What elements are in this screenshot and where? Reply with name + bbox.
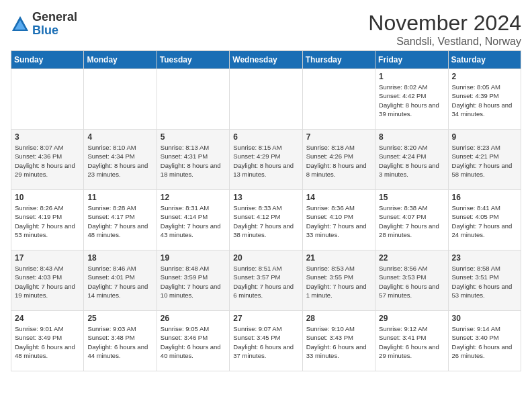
calendar-cell: 25Sunrise: 9:03 AM Sunset: 3:48 PM Dayli… xyxy=(84,311,157,371)
day-info: Sunrise: 8:58 AM Sunset: 3:51 PM Dayligh… xyxy=(452,264,517,300)
header-saturday: Saturday xyxy=(448,51,521,69)
calendar-cell: 23Sunrise: 8:58 AM Sunset: 3:51 PM Dayli… xyxy=(448,250,521,311)
header-tuesday: Tuesday xyxy=(157,51,229,69)
day-number: 25 xyxy=(87,314,152,323)
day-info: Sunrise: 8:05 AM Sunset: 4:39 PM Dayligh… xyxy=(452,83,517,118)
day-number: 7 xyxy=(306,132,371,142)
day-number: 16 xyxy=(452,193,517,202)
logo: General Blue xyxy=(11,11,77,38)
day-info: Sunrise: 8:48 AM Sunset: 3:59 PM Dayligh… xyxy=(161,264,226,300)
day-number: 27 xyxy=(233,314,298,323)
calendar-cell: 6Sunrise: 8:15 AM Sunset: 4:29 PM Daylig… xyxy=(230,130,302,190)
title-area: November 2024 Sandsli, Vestland, Norway xyxy=(368,11,521,48)
calendar-cell: 17Sunrise: 8:43 AM Sunset: 4:03 PM Dayli… xyxy=(11,250,84,311)
logo-text: General Blue xyxy=(32,11,77,38)
day-info: Sunrise: 8:43 AM Sunset: 4:03 PM Dayligh… xyxy=(15,264,80,300)
calendar-cell: 10Sunrise: 8:26 AM Sunset: 4:19 PM Dayli… xyxy=(11,190,84,250)
calendar-cell xyxy=(230,69,302,130)
calendar-cell: 19Sunrise: 8:48 AM Sunset: 3:59 PM Dayli… xyxy=(157,250,229,311)
calendar-cell: 21Sunrise: 8:53 AM Sunset: 3:55 PM Dayli… xyxy=(302,250,375,311)
day-info: Sunrise: 8:15 AM Sunset: 4:29 PM Dayligh… xyxy=(233,143,298,179)
day-number: 5 xyxy=(161,132,226,142)
day-info: Sunrise: 8:31 AM Sunset: 4:14 PM Dayligh… xyxy=(161,203,226,239)
day-number: 13 xyxy=(233,193,298,202)
day-info: Sunrise: 8:10 AM Sunset: 4:34 PM Dayligh… xyxy=(87,143,152,179)
day-info: Sunrise: 8:41 AM Sunset: 4:05 PM Dayligh… xyxy=(452,203,517,239)
calendar-cell: 9Sunrise: 8:23 AM Sunset: 4:21 PM Daylig… xyxy=(448,130,521,190)
day-info: Sunrise: 8:28 AM Sunset: 4:17 PM Dayligh… xyxy=(87,203,152,239)
day-info: Sunrise: 8:46 AM Sunset: 4:01 PM Dayligh… xyxy=(87,264,152,300)
day-info: Sunrise: 9:05 AM Sunset: 3:46 PM Dayligh… xyxy=(161,324,226,360)
day-info: Sunrise: 8:38 AM Sunset: 4:07 PM Dayligh… xyxy=(379,203,444,239)
calendar-cell xyxy=(157,69,229,130)
day-info: Sunrise: 8:33 AM Sunset: 4:12 PM Dayligh… xyxy=(233,203,298,239)
day-number: 9 xyxy=(452,132,517,142)
day-info: Sunrise: 8:13 AM Sunset: 4:31 PM Dayligh… xyxy=(161,143,226,179)
calendar-cell: 18Sunrise: 8:46 AM Sunset: 4:01 PM Dayli… xyxy=(84,250,157,311)
day-number: 4 xyxy=(87,132,152,142)
day-info: Sunrise: 9:12 AM Sunset: 3:41 PM Dayligh… xyxy=(379,324,444,360)
day-number: 29 xyxy=(379,314,444,323)
calendar-cell: 15Sunrise: 8:38 AM Sunset: 4:07 PM Dayli… xyxy=(375,190,448,250)
header-row: Sunday Monday Tuesday Wednesday Thursday… xyxy=(11,51,521,69)
day-info: Sunrise: 9:03 AM Sunset: 3:48 PM Dayligh… xyxy=(87,324,152,360)
day-number: 17 xyxy=(15,253,80,263)
day-info: Sunrise: 8:02 AM Sunset: 4:42 PM Dayligh… xyxy=(379,83,444,118)
location-title: Sandsli, Vestland, Norway xyxy=(368,36,521,48)
day-info: Sunrise: 8:07 AM Sunset: 4:36 PM Dayligh… xyxy=(15,143,80,179)
day-number: 10 xyxy=(15,193,80,202)
calendar-cell: 22Sunrise: 8:56 AM Sunset: 3:53 PM Dayli… xyxy=(375,250,448,311)
day-info: Sunrise: 8:51 AM Sunset: 3:57 PM Dayligh… xyxy=(233,264,298,300)
day-number: 3 xyxy=(15,132,80,142)
day-number: 14 xyxy=(306,193,371,202)
day-number: 23 xyxy=(452,253,517,263)
calendar-cell: 11Sunrise: 8:28 AM Sunset: 4:17 PM Dayli… xyxy=(84,190,157,250)
calendar-cell: 12Sunrise: 8:31 AM Sunset: 4:14 PM Dayli… xyxy=(157,190,229,250)
calendar-cell: 14Sunrise: 8:36 AM Sunset: 4:10 PM Dayli… xyxy=(302,190,375,250)
calendar-cell: 16Sunrise: 8:41 AM Sunset: 4:05 PM Dayli… xyxy=(448,190,521,250)
calendar-cell: 29Sunrise: 9:12 AM Sunset: 3:41 PM Dayli… xyxy=(375,311,448,371)
calendar-cell: 4Sunrise: 8:10 AM Sunset: 4:34 PM Daylig… xyxy=(84,130,157,190)
header-sunday: Sunday xyxy=(11,51,84,69)
calendar-week-row: 17Sunrise: 8:43 AM Sunset: 4:03 PM Dayli… xyxy=(11,250,521,311)
calendar-week-row: 24Sunrise: 9:01 AM Sunset: 3:49 PM Dayli… xyxy=(11,311,521,371)
calendar-cell: 24Sunrise: 9:01 AM Sunset: 3:49 PM Dayli… xyxy=(11,311,84,371)
day-info: Sunrise: 8:20 AM Sunset: 4:24 PM Dayligh… xyxy=(379,143,444,179)
day-number: 30 xyxy=(452,314,517,323)
day-info: Sunrise: 9:07 AM Sunset: 3:45 PM Dayligh… xyxy=(233,324,298,360)
day-info: Sunrise: 8:18 AM Sunset: 4:26 PM Dayligh… xyxy=(306,143,371,179)
day-number: 8 xyxy=(379,132,444,142)
day-number: 6 xyxy=(233,132,298,142)
calendar-body: 1Sunrise: 8:02 AM Sunset: 4:42 PM Daylig… xyxy=(11,69,521,371)
calendar-cell: 26Sunrise: 9:05 AM Sunset: 3:46 PM Dayli… xyxy=(157,311,229,371)
logo-icon xyxy=(11,15,30,34)
calendar-week-row: 10Sunrise: 8:26 AM Sunset: 4:19 PM Dayli… xyxy=(11,190,521,250)
day-number: 20 xyxy=(233,253,298,263)
header-monday: Monday xyxy=(84,51,157,69)
day-number: 1 xyxy=(379,72,444,81)
day-info: Sunrise: 8:56 AM Sunset: 3:53 PM Dayligh… xyxy=(379,264,444,300)
header-thursday: Thursday xyxy=(302,51,375,69)
day-number: 12 xyxy=(161,193,226,202)
calendar-cell: 1Sunrise: 8:02 AM Sunset: 4:42 PM Daylig… xyxy=(375,69,448,130)
day-number: 11 xyxy=(87,193,152,202)
calendar-header: Sunday Monday Tuesday Wednesday Thursday… xyxy=(11,51,521,69)
day-info: Sunrise: 8:23 AM Sunset: 4:21 PM Dayligh… xyxy=(452,143,517,179)
page-header: General Blue November 2024 Sandsli, Vest… xyxy=(11,11,521,48)
month-title: November 2024 xyxy=(368,11,521,36)
calendar-cell: 27Sunrise: 9:07 AM Sunset: 3:45 PM Dayli… xyxy=(230,311,302,371)
day-number: 24 xyxy=(15,314,80,323)
calendar-week-row: 1Sunrise: 8:02 AM Sunset: 4:42 PM Daylig… xyxy=(11,69,521,130)
day-number: 2 xyxy=(452,72,517,81)
day-info: Sunrise: 9:01 AM Sunset: 3:49 PM Dayligh… xyxy=(15,324,80,360)
day-info: Sunrise: 9:10 AM Sunset: 3:43 PM Dayligh… xyxy=(306,324,371,360)
calendar-cell: 13Sunrise: 8:33 AM Sunset: 4:12 PM Dayli… xyxy=(230,190,302,250)
header-friday: Friday xyxy=(375,51,448,69)
day-info: Sunrise: 8:53 AM Sunset: 3:55 PM Dayligh… xyxy=(306,264,371,300)
calendar-cell: 2Sunrise: 8:05 AM Sunset: 4:39 PM Daylig… xyxy=(448,69,521,130)
calendar-cell: 8Sunrise: 8:20 AM Sunset: 4:24 PM Daylig… xyxy=(375,130,448,190)
day-number: 28 xyxy=(306,314,371,323)
day-info: Sunrise: 9:14 AM Sunset: 3:40 PM Dayligh… xyxy=(452,324,517,360)
day-number: 26 xyxy=(161,314,226,323)
calendar-cell: 20Sunrise: 8:51 AM Sunset: 3:57 PM Dayli… xyxy=(230,250,302,311)
